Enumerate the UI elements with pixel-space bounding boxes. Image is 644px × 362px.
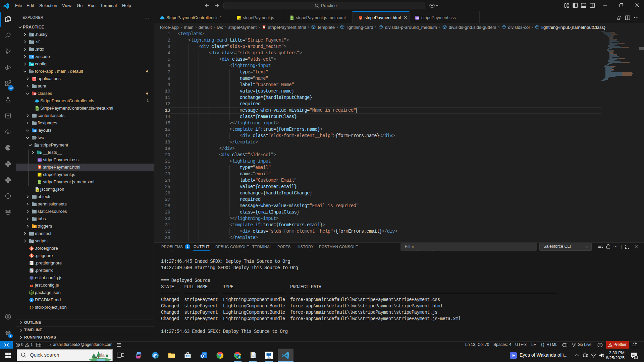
svg-text:CSS: CSS (38, 159, 41, 161)
svg-text:TaskPro: TaskPro (267, 358, 271, 359)
svg-text:A: A (238, 356, 240, 359)
svg-text:CSS: CSS (415, 17, 419, 19)
svg-text:JS: JS (37, 190, 39, 192)
svg-text:JS: JS (31, 292, 33, 294)
svg-text:JS: JS (238, 18, 241, 20)
svg-text:{}: {} (29, 306, 34, 310)
svg-text:1: 1 (635, 356, 637, 359)
svg-text:JS: JS (39, 175, 42, 177)
